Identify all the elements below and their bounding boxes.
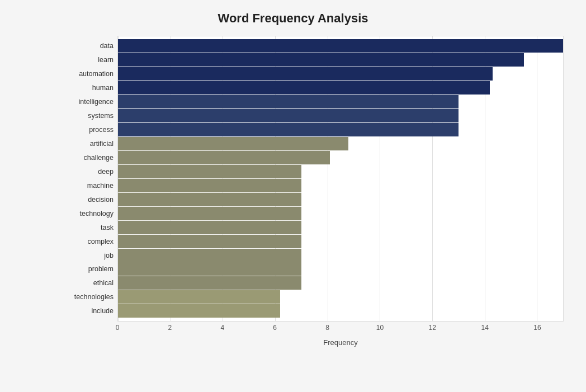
bar-label: challenge xyxy=(56,154,118,162)
bar-row: technology xyxy=(118,207,563,220)
bar-row: learn xyxy=(118,53,563,67)
bar-row: challenge xyxy=(118,151,563,164)
bar-fill xyxy=(118,39,563,53)
x-tick-label: 10 xyxy=(376,324,384,332)
bar-fill xyxy=(118,109,459,122)
bar-label: artificial xyxy=(56,140,118,148)
bar-fill xyxy=(118,221,301,234)
bar-row: task xyxy=(118,221,563,234)
bar-row: systems xyxy=(118,109,563,122)
bar-row: machine xyxy=(118,179,563,192)
chart-container: Word Frequency Analysis datalearnautomat… xyxy=(0,0,586,392)
bar-row: intelligence xyxy=(118,95,563,108)
x-axis: 0246810121416 Frequency xyxy=(117,322,564,350)
bar-fill xyxy=(118,151,330,164)
bar-fill xyxy=(118,249,301,262)
bar-fill xyxy=(118,53,524,67)
bar-label: technology xyxy=(56,210,118,218)
bar-fill xyxy=(118,235,301,248)
bar-label: intelligence xyxy=(56,98,118,106)
bar-label: problem xyxy=(56,265,118,273)
bar-row: complex xyxy=(118,235,563,248)
bar-row: artificial xyxy=(118,137,563,150)
bar-fill xyxy=(118,193,301,206)
bar-fill xyxy=(118,165,301,178)
bars-area: datalearnautomationhumanintelligencesyst… xyxy=(118,36,563,321)
bar-fill xyxy=(118,290,280,304)
x-tick-label: 16 xyxy=(533,324,541,332)
bar-row: human xyxy=(118,81,563,95)
bar-label: technologies xyxy=(56,293,118,301)
bar-label: ethical xyxy=(56,279,118,287)
bar-label: data xyxy=(56,42,118,50)
x-tick-label: 14 xyxy=(481,324,488,332)
bar-label: job xyxy=(56,252,118,259)
chart-title: Word Frequency Analysis xyxy=(22,11,564,26)
bar-fill xyxy=(118,179,301,192)
bar-row: include xyxy=(118,304,563,318)
bar-row: problem xyxy=(118,262,563,276)
x-tick-label: 12 xyxy=(429,324,436,332)
bar-row: deep xyxy=(118,165,563,178)
bar-row: process xyxy=(118,123,563,136)
bar-fill xyxy=(118,95,459,108)
bar-row: ethical xyxy=(118,276,563,290)
bar-fill xyxy=(118,123,459,136)
bar-label: learn xyxy=(56,56,118,64)
y-axis-labels xyxy=(62,36,117,322)
x-axis-title: Frequency xyxy=(117,338,564,347)
bar-label: task xyxy=(56,224,118,232)
bar-fill xyxy=(118,262,301,276)
bar-row: decision xyxy=(118,193,563,206)
bar-label: deep xyxy=(56,168,118,176)
bar-fill xyxy=(118,137,348,150)
bar-label: machine xyxy=(56,182,118,190)
x-tick-label: 6 xyxy=(273,324,277,332)
plot-area: datalearnautomationhumanintelligencesyst… xyxy=(117,36,564,322)
bar-label: systems xyxy=(56,112,118,120)
bar-row: job xyxy=(118,249,563,262)
bar-fill xyxy=(118,276,301,290)
bar-fill xyxy=(118,67,493,81)
bar-label: automation xyxy=(56,70,118,78)
bar-label: process xyxy=(56,126,118,134)
bar-row: data xyxy=(118,39,563,53)
bar-fill xyxy=(118,304,280,318)
bar-row: automation xyxy=(118,67,563,81)
bar-label: complex xyxy=(56,238,118,245)
bar-fill xyxy=(118,207,301,220)
x-tick-label: 2 xyxy=(168,324,172,332)
bar-label: human xyxy=(56,84,118,92)
x-tick-label: 8 xyxy=(325,324,329,332)
bar-fill xyxy=(118,81,490,95)
bar-row: technologies xyxy=(118,290,563,304)
x-tick-label: 4 xyxy=(220,324,224,332)
bar-label: decision xyxy=(56,196,118,204)
x-tick-label: 0 xyxy=(116,324,120,332)
bar-label: include xyxy=(56,307,118,315)
